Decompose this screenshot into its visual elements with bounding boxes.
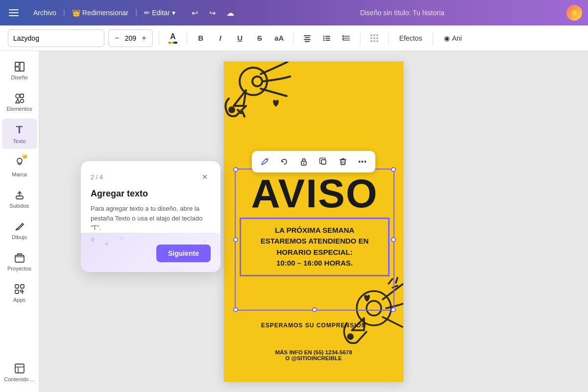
effects-button[interactable]: Efectos	[394, 31, 427, 45]
svg-rect-28	[15, 62, 19, 66]
underline-button[interactable]: U	[232, 30, 248, 46]
header-left: Archivo | 👑 Redimensionar | ✏ Editar ▾ ↩…	[6, 5, 238, 21]
decrease-font-size-button[interactable]: −	[113, 34, 121, 43]
list-button[interactable]	[319, 30, 335, 46]
sidebar-item-elementos[interactable]: Elementos	[2, 87, 37, 117]
canvas-announcement-box[interactable]: LA PRÓXIMA SEMANA ESTAREMOS ATENDIENDO E…	[240, 218, 390, 276]
sidebar-label-elementos: Elementos	[7, 106, 32, 112]
animate-button[interactable]: ◉ Ani	[439, 31, 466, 45]
svg-rect-64	[341, 160, 345, 165]
undo-button[interactable]: ↩	[187, 5, 203, 21]
editar-pencil-icon: ✏	[144, 9, 150, 17]
toolbar-separator-3	[293, 31, 294, 45]
svg-rect-21	[370, 37, 372, 39]
draw-icon	[14, 220, 25, 232]
svg-rect-23	[376, 37, 378, 39]
element-float-toolbar: •••	[252, 151, 375, 172]
svg-rect-14	[343, 38, 350, 39]
redo-button[interactable]: ↪	[205, 5, 220, 21]
align-center-button[interactable]	[299, 30, 315, 46]
svg-point-34	[20, 99, 24, 103]
text-color-button[interactable]: A	[165, 30, 181, 46]
svg-rect-30	[15, 67, 19, 71]
upload-icon	[14, 189, 25, 201]
line-spacing-button[interactable]	[339, 30, 354, 46]
svg-rect-43	[21, 290, 23, 292]
sidebar-item-texto[interactable]: T Texto	[2, 119, 37, 149]
svg-rect-13	[343, 36, 350, 37]
selection-handle-bm[interactable]	[312, 307, 317, 312]
svg-point-60	[266, 158, 268, 160]
increase-font-size-button[interactable]: +	[140, 34, 148, 43]
design-canvas[interactable]: AVISO LA PRÓXIMA SEMANA ESTAREMOS ATENDI…	[223, 61, 404, 382]
float-copy-button[interactable]	[316, 154, 331, 170]
sidebar: Diseño Elementos T Texto 👑 Marca Subidos…	[0, 51, 39, 392]
user-avatar[interactable]: 🌟	[566, 5, 582, 21]
bold-button[interactable]: B	[193, 30, 209, 46]
svg-point-50	[252, 76, 262, 86]
texture-button[interactable]	[367, 30, 382, 46]
toolbar-separator-6	[433, 31, 433, 45]
float-paint-button[interactable]	[257, 154, 272, 170]
canvas-aviso-text: AVISO	[241, 173, 388, 214]
strikethrough-button[interactable]: S	[252, 30, 268, 46]
canvas-contact-text: MÁS INFO EN (55) 1234-5678 O @SITIOINCRE…	[224, 349, 403, 361]
sidebar-item-subidos[interactable]: Subidos	[2, 184, 37, 214]
float-lock-button[interactable]	[296, 154, 312, 170]
svg-rect-6	[305, 41, 310, 42]
sidebar-item-proyectos[interactable]: Proyectos	[2, 247, 37, 276]
sidebar-label-diseno: Diseño	[11, 74, 27, 80]
undo-redo-group: ↩ ↪ ☁	[187, 5, 238, 21]
float-delete-button[interactable]	[335, 154, 351, 170]
selection-handle-tr[interactable]	[391, 167, 396, 172]
svg-rect-5	[304, 39, 311, 40]
tooltip-header: 2 / 4 ×	[91, 171, 211, 183]
archivo-button[interactable]: Archivo	[29, 6, 60, 20]
editar-button[interactable]: ✏ Editar ▾	[140, 6, 179, 20]
megaphone-topleft-decoration	[223, 61, 297, 145]
brand-crown-icon: 👑	[22, 154, 27, 159]
sidebar-item-dibujo[interactable]: Dibujo	[2, 216, 37, 245]
crown-icon: 👑	[72, 9, 80, 17]
svg-marker-16	[342, 35, 343, 38]
brand-icon-wrap: 👑	[14, 156, 25, 170]
sidebar-label-dibujo: Dibujo	[12, 234, 27, 240]
canvas-comprension-text: ESPERAMOS SU COMPRENSIÓN	[224, 322, 403, 329]
aa-case-button[interactable]: aA	[271, 30, 287, 46]
editar-chevron-icon: ▾	[172, 9, 175, 17]
font-name-input[interactable]	[8, 29, 104, 47]
svg-rect-29	[20, 62, 24, 71]
redimensionar-button[interactable]: 👑 Redimensionar	[68, 6, 132, 20]
selection-handle-bl[interactable]	[233, 307, 238, 312]
header-center: Diseño sin título: Tu historia	[242, 9, 563, 17]
float-refresh-button[interactable]	[276, 154, 292, 170]
svg-rect-25	[373, 40, 375, 42]
svg-point-9	[323, 37, 324, 39]
sidebar-item-marca[interactable]: 👑 Marca	[2, 151, 37, 182]
text-color-bar	[169, 42, 177, 44]
sidebar-item-diseno[interactable]: Diseño	[2, 56, 37, 85]
svg-line-38	[22, 223, 23, 224]
cloud-save-button[interactable]: ☁	[222, 5, 238, 21]
sidebar-item-contenido[interactable]: Contenido ...	[2, 358, 37, 387]
siguiente-button[interactable]: Siguiente	[156, 245, 211, 262]
selection-handle-tl[interactable]	[233, 167, 238, 172]
sidebar-item-apps[interactable]: Apps	[2, 278, 37, 308]
svg-rect-8	[325, 36, 330, 37]
svg-marker-33	[16, 99, 20, 103]
svg-rect-22	[373, 37, 375, 39]
toolbar-separator-1	[159, 31, 159, 45]
float-more-button[interactable]: •••	[355, 154, 370, 170]
hamburger-menu-button[interactable]	[6, 5, 22, 21]
svg-rect-27	[15, 62, 24, 71]
italic-button[interactable]: I	[213, 30, 228, 46]
canvas-area[interactable]: AVISO LA PRÓXIMA SEMANA ESTAREMOS ATENDI…	[39, 51, 588, 392]
text-T-icon: T	[16, 123, 23, 136]
tooltip-close-button[interactable]: ×	[199, 171, 211, 183]
selection-handle-ml[interactable]	[233, 237, 238, 242]
selection-handle-mr[interactable]	[391, 237, 396, 242]
toolbar-separator-4	[360, 31, 361, 45]
svg-rect-15	[343, 40, 350, 41]
font-size-value: 209	[123, 34, 138, 42]
svg-rect-12	[325, 40, 330, 41]
